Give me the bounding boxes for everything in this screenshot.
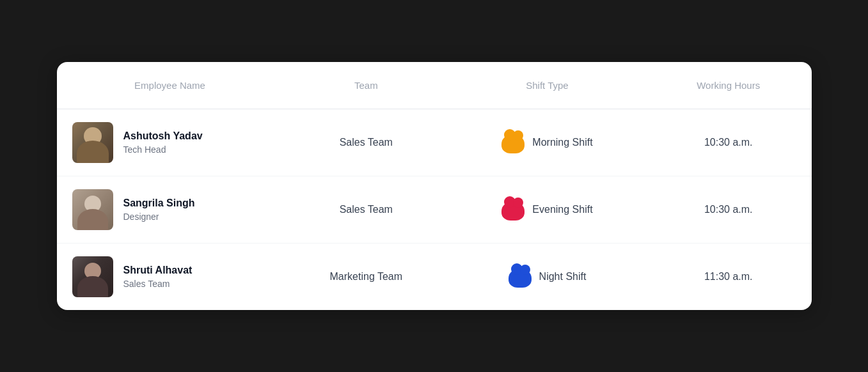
night-shift-icon <box>509 268 532 288</box>
table-header-row: Employee Name Team Shift Type Working Ho… <box>57 62 812 109</box>
employee-role-2: Sales Team <box>123 279 193 289</box>
table-row: Sangrila Singh Designer Sales Team Eveni… <box>57 176 812 244</box>
working-hours-0: 10:30 a.m. <box>704 137 753 148</box>
hours-cell-2: 11:30 a.m. <box>645 244 812 311</box>
shift-name-2: Night Shift <box>539 271 587 283</box>
shift-cell-1: Evening Shift <box>449 176 645 244</box>
employee-name-1: Sangrila Singh <box>123 198 195 209</box>
team-cell-0: Sales Team <box>283 109 450 176</box>
col-header-shift: Shift Type <box>449 62 645 109</box>
employee-info-2: Shruti Alhavat Sales Team <box>123 265 193 289</box>
employee-role-0: Tech Head <box>123 144 203 155</box>
avatar-0 <box>72 122 113 163</box>
col-header-employee: Employee Name <box>57 62 283 109</box>
col-header-team: Team <box>283 62 450 109</box>
morning-shift-icon <box>501 134 525 153</box>
employee-cell-1: Sangrila Singh Designer <box>57 176 283 244</box>
table-row: Shruti Alhavat Sales Team Marketing Team… <box>57 244 812 311</box>
employee-name-0: Ashutosh Yadav <box>123 130 203 142</box>
employee-info-1: Sangrila Singh Designer <box>123 198 195 222</box>
working-hours-2: 11:30 a.m. <box>704 271 753 282</box>
hours-cell-0: 10:30 a.m. <box>645 109 812 176</box>
hours-cell-1: 10:30 a.m. <box>645 176 812 244</box>
shift-name-0: Morning Shift <box>532 137 592 148</box>
employee-table: Employee Name Team Shift Type Working Ho… <box>57 62 812 310</box>
employee-cell-0: Ashutosh Yadav Tech Head <box>57 109 283 176</box>
employee-table-card: Employee Name Team Shift Type Working Ho… <box>57 62 812 310</box>
table-row: Ashutosh Yadav Tech Head Sales Team Morn… <box>57 109 812 176</box>
team-name-2: Marketing Team <box>330 271 403 282</box>
working-hours-1: 10:30 a.m. <box>704 204 753 215</box>
shift-cell-0: Morning Shift <box>449 109 645 176</box>
employee-name-2: Shruti Alhavat <box>123 265 193 276</box>
team-cell-2: Marketing Team <box>283 244 450 311</box>
avatar-1 <box>72 189 113 230</box>
team-name-0: Sales Team <box>340 137 393 148</box>
employee-cell-2: Shruti Alhavat Sales Team <box>57 244 283 311</box>
employee-role-1: Designer <box>123 212 195 222</box>
col-header-hours: Working Hours <box>645 62 812 109</box>
avatar-2 <box>72 256 113 297</box>
team-cell-1: Sales Team <box>283 176 450 244</box>
employee-info-0: Ashutosh Yadav Tech Head <box>123 130 203 155</box>
shift-cell-2: Night Shift <box>449 244 645 311</box>
team-name-1: Sales Team <box>340 204 393 215</box>
shift-name-1: Evening Shift <box>532 204 592 215</box>
evening-shift-icon <box>501 201 525 221</box>
